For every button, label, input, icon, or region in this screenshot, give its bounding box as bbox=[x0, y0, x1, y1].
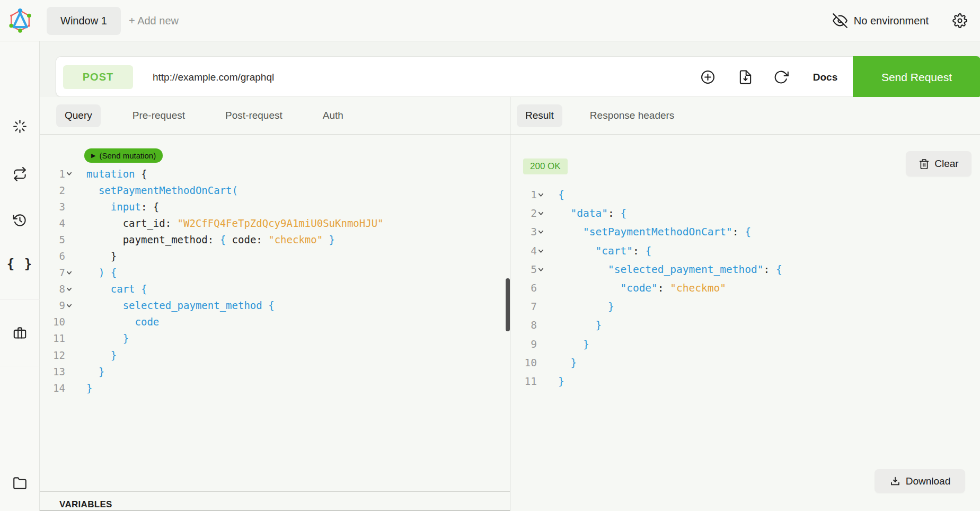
briefcase-icon bbox=[13, 326, 27, 340]
tab-pre-request[interactable]: Pre-request bbox=[124, 104, 193, 127]
line-number: 7 bbox=[45, 267, 65, 278]
code-text: setPaymentMethodOnCart( bbox=[81, 184, 238, 196]
code-line: 14} bbox=[45, 380, 384, 396]
fold-chevron-icon[interactable] bbox=[537, 248, 553, 254]
line-number: 14 bbox=[45, 382, 65, 394]
sidebar-divider bbox=[0, 299, 40, 300]
fold-chevron-icon[interactable] bbox=[537, 228, 553, 235]
code-text: } bbox=[553, 301, 614, 313]
code-line: 9 } bbox=[517, 335, 782, 354]
download-result-button[interactable]: Download bbox=[875, 469, 965, 493]
settings-button[interactable] bbox=[952, 0, 967, 41]
window-tab[interactable]: Window 1 bbox=[47, 7, 121, 35]
sidebar-item-history[interactable] bbox=[0, 207, 40, 233]
add-collection-query-button[interactable] bbox=[697, 57, 718, 98]
sidebar-item-collections[interactable] bbox=[0, 320, 40, 346]
code-text: "cart": { bbox=[553, 245, 651, 257]
code-text: } bbox=[81, 332, 129, 344]
code-line: 8 } bbox=[517, 316, 782, 334]
folder-icon bbox=[13, 476, 27, 490]
line-number: 4 bbox=[517, 245, 537, 257]
request-url-bar: POST http://example.com/graphql bbox=[56, 56, 980, 97]
fold-chevron-icon[interactable] bbox=[537, 191, 553, 198]
code-text: } bbox=[81, 349, 117, 361]
fold-chevron-icon[interactable] bbox=[537, 210, 553, 217]
line-number: 10 bbox=[517, 357, 537, 369]
request-tabs: Query Pre-request Post-request Auth bbox=[40, 97, 510, 135]
download-label: Download bbox=[906, 475, 951, 487]
main-content: POST http://example.com/graphql bbox=[40, 41, 980, 511]
add-new-window-button[interactable]: + Add new bbox=[129, 0, 179, 41]
code-line: 3 "setPaymentMethodOnCart": { bbox=[517, 223, 782, 241]
code-text: cart_id: "W2CfFQ4FeTpZdQcy9A1miU0SuKnmoH… bbox=[81, 217, 384, 229]
sidebar: { } bbox=[0, 41, 40, 511]
import-query-button[interactable] bbox=[735, 57, 756, 98]
fold-chevron-icon[interactable] bbox=[65, 302, 81, 309]
tab-auth[interactable]: Auth bbox=[314, 104, 352, 127]
line-number: 5 bbox=[517, 263, 537, 276]
line-number: 5 bbox=[45, 234, 65, 245]
line-number: 9 bbox=[517, 338, 537, 350]
code-text: } bbox=[553, 375, 564, 387]
code-text: cart { bbox=[81, 283, 147, 295]
code-text: } bbox=[553, 319, 602, 331]
line-number: 8 bbox=[45, 283, 65, 295]
code-text: selected_payment_method { bbox=[81, 299, 275, 311]
variables-header[interactable]: VARIABLES bbox=[59, 499, 510, 510]
trash-icon bbox=[919, 158, 930, 170]
query-editor[interactable]: 1mutation {2 setPaymentMethodOnCart(3 in… bbox=[45, 165, 384, 396]
sidebar-item-swap[interactable] bbox=[0, 161, 40, 187]
sidebar-item-files[interactable] bbox=[0, 470, 40, 496]
fold-chevron-icon[interactable] bbox=[537, 266, 553, 273]
fold-chevron-icon[interactable] bbox=[65, 170, 81, 177]
response-tabs: Result Response headers bbox=[510, 97, 980, 135]
code-text: "code": "checkmo" bbox=[553, 282, 726, 294]
play-icon: ▶ bbox=[91, 153, 95, 158]
sidebar-item-variables[interactable]: { } bbox=[0, 251, 40, 277]
docs-button[interactable]: Docs bbox=[806, 57, 844, 98]
sidebar-item-spinner[interactable] bbox=[0, 113, 40, 139]
gear-icon bbox=[952, 13, 967, 28]
refresh-icon bbox=[773, 69, 789, 85]
swap-horizontal-icon bbox=[13, 167, 27, 181]
send-request-button[interactable]: Send Request bbox=[853, 56, 980, 98]
code-text: ) { bbox=[81, 267, 117, 278]
http-method-selector[interactable]: POST bbox=[63, 65, 133, 89]
code-line: 7 ) { bbox=[45, 265, 384, 281]
code-line: 2 setPaymentMethodOnCart( bbox=[45, 182, 384, 198]
altair-logo-icon bbox=[9, 7, 31, 34]
code-line: 10 } bbox=[517, 354, 782, 372]
result-viewer[interactable]: 1{2 "data": {3 "setPaymentMethodOnCart":… bbox=[517, 186, 782, 391]
tab-post-request[interactable]: Post-request bbox=[217, 104, 291, 127]
code-line: 10 code bbox=[45, 314, 384, 330]
line-number: 2 bbox=[45, 184, 65, 196]
environment-selector[interactable]: No environment bbox=[833, 0, 929, 41]
send-mutation-button[interactable]: ▶ (Send mutation) bbox=[84, 148, 163, 163]
line-number: 3 bbox=[45, 201, 65, 213]
curly-braces-icon: { } bbox=[7, 257, 33, 271]
code-text: "selected_payment_method": { bbox=[553, 263, 782, 276]
add-circle-icon bbox=[700, 69, 716, 85]
fold-chevron-icon[interactable] bbox=[65, 286, 81, 293]
refresh-schema-button[interactable] bbox=[770, 57, 791, 98]
line-number: 1 bbox=[45, 168, 65, 180]
code-text: code bbox=[81, 316, 159, 328]
url-input[interactable]: http://example.com/graphql bbox=[153, 57, 524, 98]
line-number: 3 bbox=[517, 226, 537, 238]
window-tab-label: Window 1 bbox=[60, 15, 107, 27]
code-text: } bbox=[81, 382, 92, 394]
editor-scrollbar[interactable] bbox=[506, 278, 510, 331]
fold-chevron-icon[interactable] bbox=[65, 269, 81, 276]
code-text: { bbox=[553, 189, 564, 201]
code-text: } bbox=[81, 366, 104, 377]
tab-query[interactable]: Query bbox=[56, 104, 101, 127]
code-text: mutation { bbox=[81, 168, 147, 180]
variables-section: VARIABLES bbox=[40, 491, 510, 510]
code-text: "setPaymentMethodOnCart": { bbox=[553, 226, 751, 238]
clear-result-button[interactable]: Clear bbox=[906, 151, 972, 177]
tab-result[interactable]: Result bbox=[517, 104, 562, 127]
tab-response-headers[interactable]: Response headers bbox=[581, 104, 683, 127]
code-line: 9 selected_payment_method { bbox=[45, 297, 384, 314]
code-text: } bbox=[553, 338, 589, 350]
download-icon bbox=[889, 475, 901, 487]
